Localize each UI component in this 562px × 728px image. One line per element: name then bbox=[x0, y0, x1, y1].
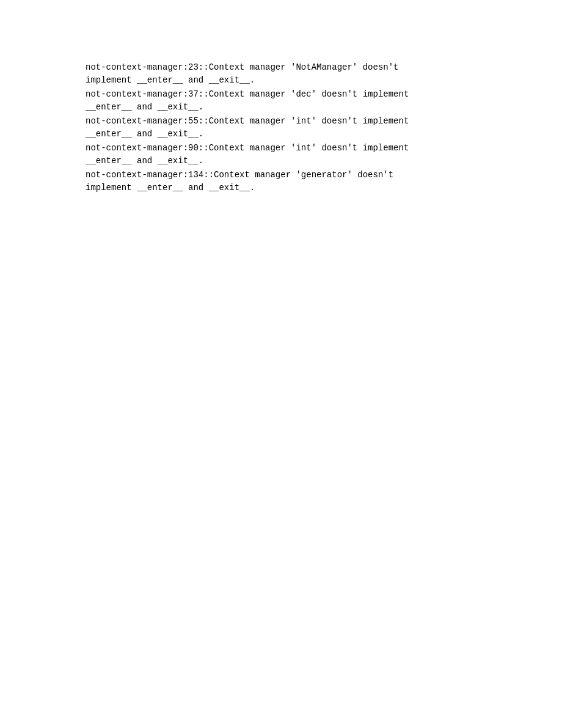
main-content: not-context-manager:23::Context manager … bbox=[0, 0, 562, 220]
log-line: not-context-manager:134::Context manager… bbox=[86, 169, 476, 182]
log-block: not-context-manager:37::Context manager … bbox=[86, 88, 476, 114]
log-line: not-context-manager:23::Context manager … bbox=[86, 61, 476, 74]
log-line: __enter__ and __exit__. bbox=[86, 128, 476, 141]
log-block: not-context-manager:23::Context manager … bbox=[86, 61, 476, 87]
log-line: not-context-manager:55::Context manager … bbox=[86, 115, 476, 128]
log-block: not-context-manager:90::Context manager … bbox=[86, 142, 476, 167]
log-line: implement __enter__ and __exit__. bbox=[86, 74, 476, 87]
log-line: __enter__ and __exit__. bbox=[86, 101, 476, 114]
log-line: not-context-manager:37::Context manager … bbox=[86, 88, 476, 101]
log-block: not-context-manager:55::Context manager … bbox=[86, 115, 476, 141]
log-block: not-context-manager:134::Context manager… bbox=[86, 169, 476, 194]
log-line: not-context-manager:90::Context manager … bbox=[86, 142, 476, 155]
log-line: implement __enter__ and __exit__. bbox=[86, 182, 476, 194]
log-container: not-context-manager:23::Context manager … bbox=[86, 61, 476, 194]
log-line: __enter__ and __exit__. bbox=[86, 155, 476, 167]
